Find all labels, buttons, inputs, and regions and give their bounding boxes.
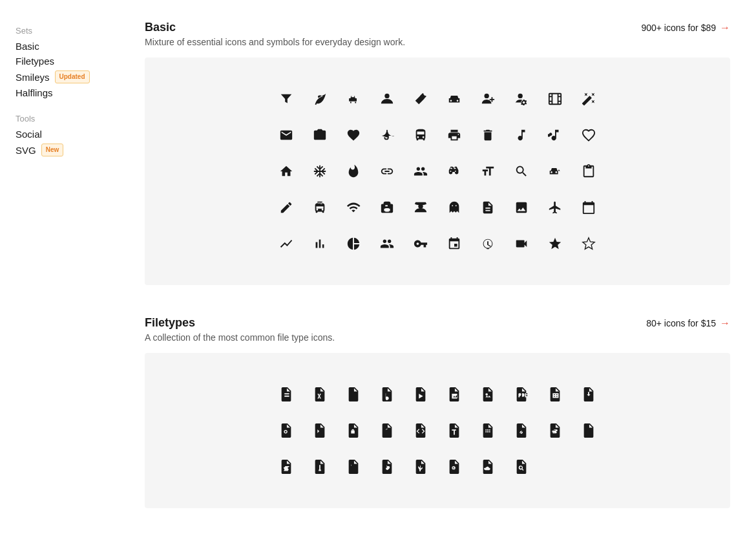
- basic-section-title: Basic: [145, 21, 405, 34]
- icon-file: [472, 192, 503, 223]
- filetypes-preview-box: [145, 353, 730, 508]
- sidebar-item-smileys-label: Smileys: [16, 72, 50, 83]
- sidebar-item-basic[interactable]: Basic: [16, 41, 114, 52]
- icon-car: [439, 83, 470, 114]
- icon-fire: [338, 156, 369, 187]
- icon-bus: [405, 120, 436, 151]
- icon-car-search: [540, 156, 571, 187]
- ft-dl: [405, 451, 436, 482]
- icon-calendar: [573, 192, 604, 223]
- ft-excel: [540, 379, 571, 410]
- icon-text-size: [472, 156, 503, 187]
- filetypes-section-header: Filetypes A collection of the most commo…: [145, 316, 730, 343]
- icon-star-outline: [573, 228, 604, 259]
- ft-csv: [472, 415, 503, 446]
- icon-music-notes: [540, 120, 571, 151]
- icon-filter: [271, 83, 302, 114]
- svg-point-0: [384, 94, 389, 98]
- svg-point-1: [485, 94, 489, 98]
- ft-image: [439, 379, 470, 410]
- sidebar-item-halflings-label: Halflings: [16, 87, 53, 98]
- main-content: Basic Mixture of essential icons and sym…: [129, 0, 756, 556]
- icon-ghost: [439, 192, 470, 223]
- sidebar: Sets Basic Filetypes Smileys Updated Hal…: [0, 0, 129, 556]
- ft-empty: [540, 451, 571, 482]
- ft-search-doc: [506, 451, 537, 482]
- icon-image: [506, 192, 537, 223]
- filetypes-arrow-icon: →: [720, 317, 730, 329]
- ft-audio: [338, 379, 369, 410]
- icon-pencil: [271, 192, 302, 223]
- sidebar-item-filetypes[interactable]: Filetypes: [16, 56, 114, 67]
- ft-terminal: [304, 415, 335, 446]
- ft-code: [405, 415, 436, 446]
- icon-heart-filled: [338, 120, 369, 151]
- icon-binoculars: [439, 156, 470, 187]
- ft-black-doc: [573, 415, 604, 446]
- icon-magic-wand: [573, 83, 604, 114]
- updated-badge: Updated: [55, 70, 90, 83]
- icon-magnet: [372, 156, 403, 187]
- ft-docx: [304, 379, 335, 410]
- icon-user-settings: [506, 83, 537, 114]
- filetypes-section-link[interactable]: 80+ icons for $15 →: [646, 317, 730, 329]
- ft-doc: [271, 379, 302, 410]
- filetypes-link-label: 80+ icons for $15: [646, 318, 716, 328]
- icon-airplane: [540, 192, 571, 223]
- icon-video-camera: [506, 228, 537, 259]
- icon-tools: [405, 83, 436, 114]
- ft-zip: [304, 451, 335, 482]
- ft-cloud: [472, 451, 503, 482]
- ft-upload: [573, 379, 604, 410]
- ft-fav: [372, 451, 403, 482]
- basic-section-link[interactable]: 900+ icons for $89 →: [641, 22, 730, 34]
- basic-section-info: Basic Mixture of essential icons and sym…: [145, 21, 405, 47]
- icon-star-filled: [540, 228, 571, 259]
- filetypes-section-desc: A collection of the most common file typ…: [145, 332, 335, 343]
- ft-unlock: [372, 415, 403, 446]
- ft-settings: [271, 415, 302, 446]
- icon-add-user: [472, 83, 503, 114]
- ft-music: [372, 379, 403, 410]
- icon-user: [372, 83, 403, 114]
- sidebar-item-basic-label: Basic: [16, 41, 39, 52]
- sidebar-item-smileys[interactable]: Smileys Updated: [16, 70, 114, 83]
- new-badge: New: [41, 144, 64, 156]
- ft-repair: [506, 415, 537, 446]
- ft-pdf: [506, 379, 537, 410]
- icon-trash: [472, 120, 503, 151]
- ft-gz: [338, 451, 369, 482]
- sidebar-item-svg[interactable]: SVG New: [16, 144, 114, 156]
- sidebar-sets-label: Sets: [16, 26, 114, 36]
- icon-calendar-grid: [439, 228, 470, 259]
- svg-point-2: [518, 94, 523, 98]
- ft-photo: [472, 379, 503, 410]
- basic-arrow-icon: →: [720, 22, 730, 34]
- sidebar-item-social-label: Social: [16, 129, 42, 140]
- ft-db: [540, 415, 571, 446]
- sidebar-item-filetypes-label: Filetypes: [16, 56, 54, 67]
- icon-search: [506, 156, 537, 187]
- sidebar-item-halflings[interactable]: Halflings: [16, 87, 114, 98]
- icon-pie-chart: [338, 228, 369, 259]
- sidebar-item-social[interactable]: Social: [16, 129, 114, 140]
- basic-section-desc: Mixture of essential icons and symbols f…: [145, 37, 405, 47]
- icon-chart-line: [271, 228, 302, 259]
- icon-bar-chart: [304, 228, 335, 259]
- icon-trolleybus: [304, 192, 335, 223]
- icon-film: [540, 83, 571, 114]
- ft-text: [439, 415, 470, 446]
- basic-section-header: Basic Mixture of essential icons and sym…: [145, 21, 730, 47]
- icon-backpack: [372, 192, 403, 223]
- icon-broadcast: [472, 228, 503, 259]
- filetypes-section-info: Filetypes A collection of the most commo…: [145, 316, 335, 343]
- icon-key: [405, 228, 436, 259]
- basic-link-label: 900+ icons for $89: [641, 23, 716, 33]
- svg-rect-3: [549, 94, 561, 105]
- ft-wave: [271, 451, 302, 482]
- icon-envelope: [271, 120, 302, 151]
- basic-icon-grid: [271, 83, 604, 259]
- sidebar-sets-nav: Basic Filetypes Smileys Updated Halfling…: [16, 41, 114, 98]
- icon-group: [405, 156, 436, 187]
- icon-camera: [304, 120, 335, 151]
